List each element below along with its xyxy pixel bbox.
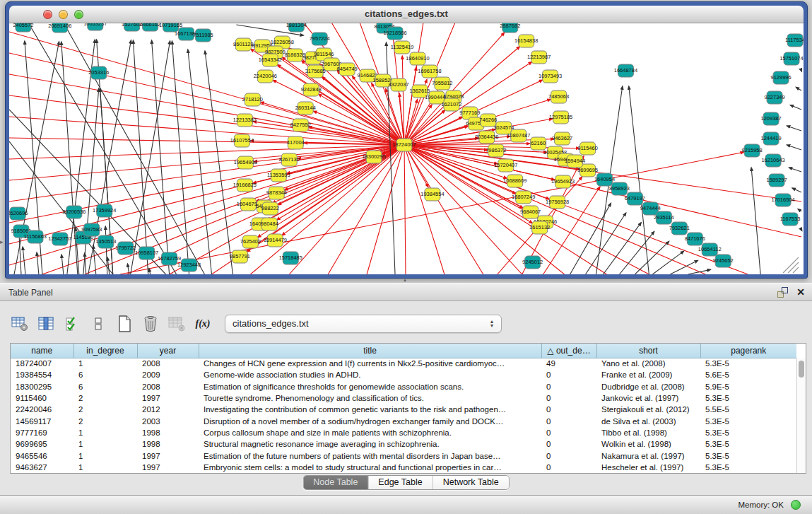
- table-cell[interactable]: Stergiakouli et al. (2012): [596, 404, 700, 415]
- table-cell[interactable]: 2009: [137, 369, 199, 380]
- graph-node[interactable]: 19756928: [546, 196, 569, 209]
- table-row[interactable]: 1830029562008Estimation of significance …: [11, 381, 796, 392]
- table-row[interactable]: 1872400712008Changes of HCN gene express…: [11, 358, 796, 369]
- table-cell[interactable]: Estimation of significance thresholds fo…: [199, 381, 541, 392]
- table-cell[interactable]: 0: [541, 369, 596, 380]
- graph-edge[interactable]: [149, 269, 151, 274]
- graph-node[interactable]: 18914479: [264, 234, 287, 247]
- graph-node[interactable]: 12213987: [527, 51, 551, 64]
- table-cell[interactable]: 9463627: [11, 462, 73, 473]
- graph-node[interactable]: 9227349: [765, 91, 785, 104]
- table-row[interactable]: 911546021997Tourette syndrome. Phenomeno…: [11, 392, 796, 404]
- table-row[interactable]: 946362711997Embryonic stem cells: a mode…: [11, 462, 796, 473]
- scrollbar-thumb[interactable]: [799, 361, 804, 378]
- graph-node[interactable]: 8454749: [337, 63, 358, 76]
- graph-edge[interactable]: [61, 255, 64, 274]
- graph-edge[interactable]: [796, 87, 801, 90]
- graph-node[interactable]: 2803144: [295, 102, 316, 115]
- graph-node[interactable]: 8427552: [290, 119, 311, 132]
- graph-edge[interactable]: [798, 209, 801, 211]
- graph-node[interactable]: 2887682: [500, 23, 520, 33]
- table-cell[interactable]: 22420046: [11, 404, 73, 415]
- table-cell[interactable]: 5.3E-5: [700, 358, 796, 369]
- graph-edge[interactable]: [404, 145, 483, 274]
- table-cell[interactable]: 2012: [137, 404, 199, 415]
- delete-entry-trash-icon[interactable]: [141, 314, 160, 334]
- graph-node[interactable]: 15720407: [494, 159, 517, 172]
- table-cell[interactable]: 9699695: [11, 438, 73, 450]
- table-cell[interactable]: Corpus callosum shape and size in male p…: [199, 427, 541, 438]
- table-cell[interactable]: 0: [541, 381, 596, 392]
- graph-edge[interactable]: [787, 126, 801, 131]
- table-vertical-scrollbar[interactable]: [796, 358, 806, 473]
- table-cell[interactable]: 1998: [137, 427, 199, 438]
- graph-node[interactable]: 2053316: [88, 66, 109, 79]
- table-cell[interactable]: 19384554: [11, 369, 73, 380]
- graph-node[interactable]: 8322037: [388, 78, 408, 91]
- table-cell[interactable]: 0: [541, 438, 596, 450]
- graph-node[interactable]: 8958923: [609, 182, 630, 195]
- table-cell[interactable]: 5.3E-5: [700, 450, 796, 461]
- table-cell[interactable]: 18724007: [11, 358, 73, 369]
- column-header-title[interactable]: title: [199, 344, 541, 358]
- column-header-in_degree[interactable]: in_degree: [73, 344, 137, 358]
- node-table-grid[interactable]: namein_degreeyeartitle△ out_de…shortpage…: [11, 344, 796, 473]
- graph-node[interactable]: 1209387: [761, 112, 782, 125]
- float-panel-icon[interactable]: [777, 287, 788, 298]
- graph-edge[interactable]: [604, 223, 642, 274]
- table-cell[interactable]: 0: [541, 415, 596, 426]
- table-cell[interactable]: Structural magnetic resonance image aver…: [199, 438, 541, 450]
- table-cell[interactable]: Jankovic et al. (1997): [596, 392, 700, 404]
- network-window-titlebar[interactable]: citations_edges.txt: [9, 6, 804, 23]
- graph-node[interactable]: 1621072: [441, 98, 461, 111]
- graph-node[interactable]: 15751074: [779, 52, 803, 65]
- graph-edge[interactable]: [107, 257, 110, 274]
- select-rows-check-icon[interactable]: [62, 314, 82, 334]
- table-cell[interactable]: 0: [541, 450, 596, 461]
- table-cell[interactable]: 18300295: [11, 381, 73, 392]
- graph-node[interactable]: 7932621: [669, 222, 690, 235]
- row-pair-icon[interactable]: [88, 314, 108, 334]
- graph-node[interactable]: 8267130: [279, 153, 300, 166]
- table-cell[interactable]: 9465546: [11, 450, 73, 461]
- table-cell[interactable]: de Silva et al. (2003): [596, 415, 700, 426]
- table-cell[interactable]: 14569117: [11, 415, 73, 426]
- graph-node[interactable]: 1881304: [286, 23, 307, 32]
- network-graph[interactable]: 2405572206914061005323715276026466162107…: [9, 23, 804, 274]
- table-cell[interactable]: 0: [541, 462, 596, 473]
- close-panel-icon[interactable]: ✕: [796, 286, 805, 298]
- table-cell[interactable]: Tourette syndrome. Phenomenology and cla…: [199, 392, 541, 404]
- table-cell[interactable]: 1997: [137, 392, 199, 404]
- table-cell[interactable]: Franke et al. (2009): [596, 369, 700, 380]
- table-cell[interactable]: 2008: [137, 381, 199, 392]
- graph-node[interactable]: 62160: [531, 137, 546, 150]
- table-cell[interactable]: 49: [541, 358, 596, 369]
- table-cell[interactable]: 2008: [137, 358, 199, 369]
- graph-edge[interactable]: [790, 105, 801, 110]
- table-cell[interactable]: Dudbridge et al. (2008): [596, 381, 700, 392]
- graph-node[interactable]: 9129996: [770, 71, 791, 84]
- graph-node[interactable]: 10654112: [698, 243, 722, 256]
- graph-node[interactable]: 9857791: [230, 250, 250, 263]
- graph-node[interactable]: 1795722: [115, 242, 136, 255]
- graph-edge[interactable]: [789, 168, 801, 172]
- table-cell[interactable]: 5.3E-5: [700, 427, 796, 438]
- graph-node[interactable]: 9245652: [713, 255, 734, 267]
- graph-node[interactable]: 9463627: [552, 132, 572, 145]
- table-cell[interactable]: 1: [73, 358, 137, 369]
- table-cell[interactable]: Genome-wide association studies in ADHD.: [199, 369, 541, 380]
- graph-node[interactable]: 2405572: [13, 23, 33, 32]
- graph-node[interactable]: 8601128: [233, 38, 254, 51]
- graph-node[interactable]: 19166825: [233, 179, 257, 192]
- graph-node[interactable]: 1594944: [565, 155, 585, 168]
- table-cell[interactable]: 2: [73, 415, 137, 426]
- graph-node[interactable]: 988222: [261, 202, 279, 215]
- graph-node[interactable]: 7957224: [310, 33, 330, 45]
- graph-node[interactable]: 6466162: [140, 23, 160, 31]
- graph-edge[interactable]: [131, 41, 170, 274]
- network-view-window[interactable]: citations_edges.txt 24055722069140610053…: [5, 1, 808, 279]
- left-split-handle[interactable]: ▸: [0, 238, 5, 246]
- table-cell[interactable]: 0: [541, 392, 596, 404]
- table-cell[interactable]: 1997: [137, 450, 199, 461]
- table-cell[interactable]: 1998: [137, 438, 199, 450]
